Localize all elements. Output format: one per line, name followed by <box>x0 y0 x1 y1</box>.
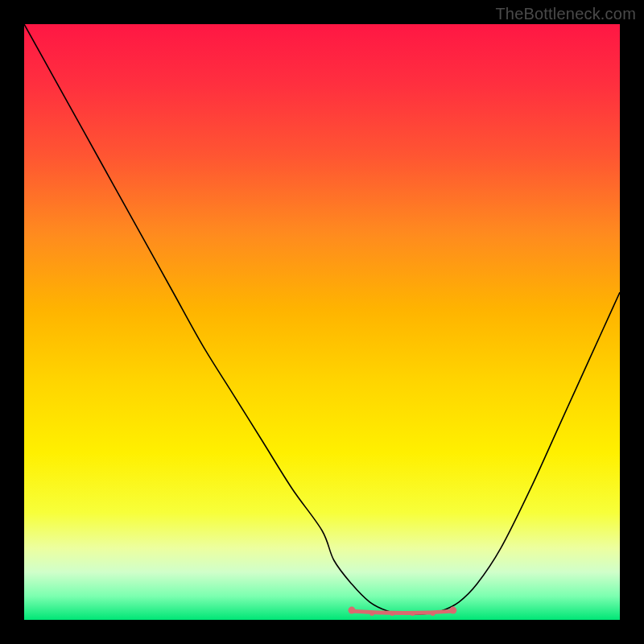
chart-container: TheBottleneck.com <box>0 0 644 644</box>
optimal-dot <box>390 611 394 616</box>
optimal-dot <box>431 611 436 616</box>
optimal-dot <box>449 607 456 614</box>
chart-svg <box>24 24 620 620</box>
optimal-dot <box>411 611 415 616</box>
optimal-dot <box>349 607 356 614</box>
watermark-text: TheBottleneck.com <box>495 5 636 23</box>
optimal-connector <box>352 611 453 613</box>
optimal-dot <box>369 611 374 616</box>
plot-area <box>24 24 620 620</box>
